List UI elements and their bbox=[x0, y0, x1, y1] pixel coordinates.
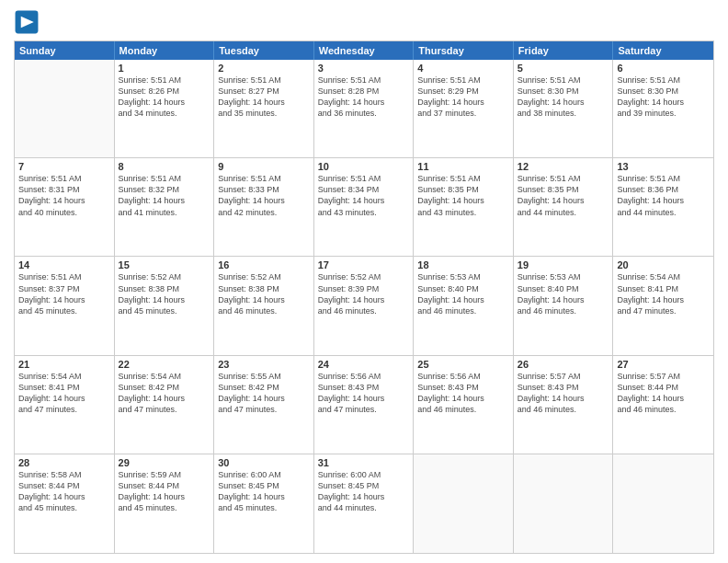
calendar-cell: 1Sunrise: 5:51 AMSunset: 8:26 PMDaylight… bbox=[115, 60, 215, 157]
calendar-cell: 15Sunrise: 5:52 AMSunset: 8:38 PMDayligh… bbox=[115, 257, 215, 354]
day-info: Sunrise: 5:57 AMSunset: 8:44 PMDaylight:… bbox=[617, 371, 710, 416]
calendar-cell: 17Sunrise: 5:52 AMSunset: 8:39 PMDayligh… bbox=[314, 257, 415, 354]
day-info: Sunrise: 5:51 AMSunset: 8:36 PMDaylight:… bbox=[617, 173, 710, 218]
day-info: Sunrise: 5:51 AMSunset: 8:28 PMDaylight:… bbox=[318, 75, 410, 120]
day-number: 16 bbox=[218, 259, 310, 270]
header-day-thursday: Thursday bbox=[414, 41, 514, 60]
header-day-tuesday: Tuesday bbox=[214, 41, 314, 60]
calendar-cell: 10Sunrise: 5:51 AMSunset: 8:34 PMDayligh… bbox=[314, 158, 415, 256]
logo bbox=[14, 9, 41, 35]
calendar-cell: 21Sunrise: 5:54 AMSunset: 8:41 PMDayligh… bbox=[15, 356, 115, 454]
calendar-cell: 7Sunrise: 5:51 AMSunset: 8:31 PMDaylight… bbox=[15, 158, 115, 256]
day-info: Sunrise: 5:53 AMSunset: 8:40 PMDaylight:… bbox=[417, 271, 509, 316]
day-number: 21 bbox=[18, 359, 110, 370]
day-info: Sunrise: 5:54 AMSunset: 8:42 PMDaylight:… bbox=[119, 371, 210, 416]
day-info: Sunrise: 5:52 AMSunset: 8:39 PMDaylight:… bbox=[318, 271, 410, 316]
day-info: Sunrise: 5:55 AMSunset: 8:42 PMDaylight:… bbox=[218, 371, 310, 416]
calendar-cell: 22Sunrise: 5:54 AMSunset: 8:42 PMDayligh… bbox=[115, 356, 215, 454]
calendar-cell: 31Sunrise: 6:00 AMSunset: 8:45 PMDayligh… bbox=[314, 454, 415, 553]
day-number: 18 bbox=[417, 259, 509, 270]
week-row-4: 21Sunrise: 5:54 AMSunset: 8:41 PMDayligh… bbox=[15, 356, 713, 454]
day-number: 7 bbox=[18, 161, 110, 172]
day-number: 6 bbox=[617, 63, 710, 74]
day-number: 20 bbox=[617, 259, 710, 270]
day-info: Sunrise: 6:00 AMSunset: 8:45 PMDaylight:… bbox=[218, 469, 310, 514]
calendar-cell: 23Sunrise: 5:55 AMSunset: 8:42 PMDayligh… bbox=[214, 356, 314, 454]
day-number: 2 bbox=[218, 63, 310, 74]
calendar-cell: 8Sunrise: 5:51 AMSunset: 8:32 PMDaylight… bbox=[115, 158, 215, 256]
calendar-cell: 28Sunrise: 5:58 AMSunset: 8:44 PMDayligh… bbox=[15, 454, 115, 553]
day-info: Sunrise: 5:59 AMSunset: 8:44 PMDaylight:… bbox=[119, 469, 210, 514]
week-row-5: 28Sunrise: 5:58 AMSunset: 8:44 PMDayligh… bbox=[15, 454, 713, 553]
calendar-cell bbox=[15, 60, 115, 157]
week-row-1: 1Sunrise: 5:51 AMSunset: 8:26 PMDaylight… bbox=[15, 60, 713, 158]
day-number: 14 bbox=[18, 259, 110, 270]
calendar-header: SundayMondayTuesdayWednesdayThursdayFrid… bbox=[15, 41, 713, 60]
calendar-cell: 11Sunrise: 5:51 AMSunset: 8:35 PMDayligh… bbox=[414, 158, 514, 256]
day-number: 23 bbox=[218, 359, 310, 370]
day-number: 28 bbox=[18, 457, 110, 468]
day-number: 9 bbox=[218, 161, 310, 172]
calendar-cell: 19Sunrise: 5:53 AMSunset: 8:40 PMDayligh… bbox=[514, 257, 614, 354]
day-info: Sunrise: 5:51 AMSunset: 8:35 PMDaylight:… bbox=[417, 173, 509, 218]
day-number: 24 bbox=[318, 359, 410, 370]
week-row-3: 14Sunrise: 5:51 AMSunset: 8:37 PMDayligh… bbox=[15, 257, 713, 355]
day-info: Sunrise: 5:51 AMSunset: 8:26 PMDaylight:… bbox=[119, 75, 210, 120]
calendar-cell: 2Sunrise: 5:51 AMSunset: 8:27 PMDaylight… bbox=[214, 60, 314, 157]
calendar-cell bbox=[613, 454, 713, 553]
calendar-body: 1Sunrise: 5:51 AMSunset: 8:26 PMDaylight… bbox=[15, 60, 713, 553]
day-info: Sunrise: 6:00 AMSunset: 8:45 PMDaylight:… bbox=[318, 469, 410, 514]
header bbox=[14, 9, 714, 35]
day-info: Sunrise: 5:51 AMSunset: 8:27 PMDaylight:… bbox=[218, 75, 310, 120]
calendar-cell: 12Sunrise: 5:51 AMSunset: 8:35 PMDayligh… bbox=[514, 158, 614, 256]
day-info: Sunrise: 5:54 AMSunset: 8:41 PMDaylight:… bbox=[18, 371, 110, 416]
page: SundayMondayTuesdayWednesdayThursdayFrid… bbox=[0, 0, 728, 563]
calendar-cell: 30Sunrise: 6:00 AMSunset: 8:45 PMDayligh… bbox=[214, 454, 314, 553]
day-info: Sunrise: 5:51 AMSunset: 8:33 PMDaylight:… bbox=[218, 173, 310, 218]
day-info: Sunrise: 5:53 AMSunset: 8:40 PMDaylight:… bbox=[518, 271, 609, 316]
calendar-cell: 27Sunrise: 5:57 AMSunset: 8:44 PMDayligh… bbox=[613, 356, 713, 454]
day-info: Sunrise: 5:58 AMSunset: 8:44 PMDaylight:… bbox=[18, 469, 110, 514]
day-info: Sunrise: 5:56 AMSunset: 8:43 PMDaylight:… bbox=[318, 371, 410, 416]
calendar-cell: 9Sunrise: 5:51 AMSunset: 8:33 PMDaylight… bbox=[214, 158, 314, 256]
logo-icon bbox=[14, 9, 40, 35]
day-info: Sunrise: 5:52 AMSunset: 8:38 PMDaylight:… bbox=[218, 271, 310, 316]
calendar-cell: 13Sunrise: 5:51 AMSunset: 8:36 PMDayligh… bbox=[613, 158, 713, 256]
day-number: 15 bbox=[119, 259, 210, 270]
day-number: 17 bbox=[318, 259, 410, 270]
calendar-cell: 16Sunrise: 5:52 AMSunset: 8:38 PMDayligh… bbox=[214, 257, 314, 354]
calendar: SundayMondayTuesdayWednesdayThursdayFrid… bbox=[14, 40, 714, 554]
day-number: 22 bbox=[119, 359, 210, 370]
day-info: Sunrise: 5:51 AMSunset: 8:37 PMDaylight:… bbox=[18, 271, 110, 316]
header-day-wednesday: Wednesday bbox=[314, 41, 415, 60]
day-info: Sunrise: 5:51 AMSunset: 8:32 PMDaylight:… bbox=[119, 173, 210, 218]
day-number: 4 bbox=[417, 63, 509, 74]
day-number: 19 bbox=[518, 259, 609, 270]
header-day-sunday: Sunday bbox=[15, 41, 115, 60]
calendar-cell bbox=[414, 454, 514, 553]
calendar-cell: 4Sunrise: 5:51 AMSunset: 8:29 PMDaylight… bbox=[414, 60, 514, 157]
calendar-cell: 25Sunrise: 5:56 AMSunset: 8:43 PMDayligh… bbox=[414, 356, 514, 454]
header-day-saturday: Saturday bbox=[613, 41, 713, 60]
day-number: 10 bbox=[318, 161, 410, 172]
day-info: Sunrise: 5:51 AMSunset: 8:29 PMDaylight:… bbox=[417, 75, 509, 120]
day-info: Sunrise: 5:57 AMSunset: 8:43 PMDaylight:… bbox=[518, 371, 609, 416]
day-number: 29 bbox=[119, 457, 210, 468]
day-number: 5 bbox=[518, 63, 609, 74]
day-info: Sunrise: 5:51 AMSunset: 8:31 PMDaylight:… bbox=[18, 173, 110, 218]
day-info: Sunrise: 5:51 AMSunset: 8:30 PMDaylight:… bbox=[518, 75, 609, 120]
week-row-2: 7Sunrise: 5:51 AMSunset: 8:31 PMDaylight… bbox=[15, 158, 713, 257]
calendar-cell: 26Sunrise: 5:57 AMSunset: 8:43 PMDayligh… bbox=[514, 356, 614, 454]
calendar-cell: 29Sunrise: 5:59 AMSunset: 8:44 PMDayligh… bbox=[115, 454, 215, 553]
header-day-friday: Friday bbox=[514, 41, 614, 60]
day-info: Sunrise: 5:51 AMSunset: 8:35 PMDaylight:… bbox=[518, 173, 609, 218]
day-number: 31 bbox=[318, 457, 410, 468]
day-number: 13 bbox=[617, 161, 710, 172]
day-number: 26 bbox=[518, 359, 609, 370]
day-number: 1 bbox=[119, 63, 210, 74]
day-info: Sunrise: 5:51 AMSunset: 8:34 PMDaylight:… bbox=[318, 173, 410, 218]
calendar-cell: 18Sunrise: 5:53 AMSunset: 8:40 PMDayligh… bbox=[414, 257, 514, 354]
calendar-cell: 14Sunrise: 5:51 AMSunset: 8:37 PMDayligh… bbox=[15, 257, 115, 354]
calendar-cell: 3Sunrise: 5:51 AMSunset: 8:28 PMDaylight… bbox=[314, 60, 415, 157]
calendar-cell: 6Sunrise: 5:51 AMSunset: 8:30 PMDaylight… bbox=[613, 60, 713, 157]
